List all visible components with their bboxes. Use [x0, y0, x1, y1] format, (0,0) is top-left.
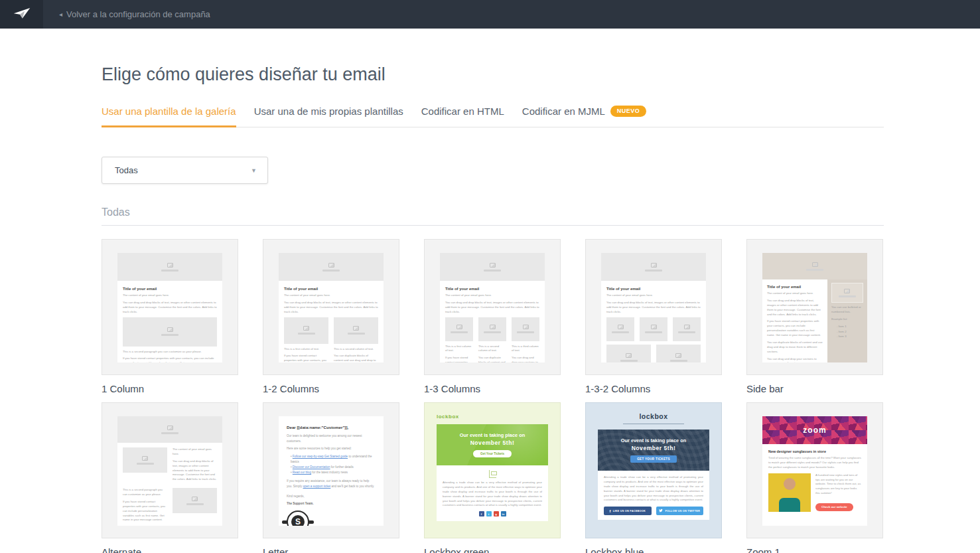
tab-code-html[interactable]: Codificar en HTML [421, 106, 504, 127]
text-column: This is a second column of text. You can… [478, 345, 506, 363]
placeholder-caption [484, 331, 501, 333]
text-column: This is a first column of text. If you h… [445, 345, 473, 363]
event-banner: Our event is taking place on November 5t… [437, 424, 548, 465]
facebook-button: f LIKE US ON FACEBOOK [604, 507, 652, 515]
blog-link: Read our blog [293, 471, 311, 474]
design-method-tabs: Usar una plantilla de la galería Usar un… [102, 106, 884, 127]
placeholder-caption [645, 331, 662, 333]
two-column-text: This is a first column of text. If you h… [284, 347, 378, 363]
list-item: Item 2 [831, 330, 863, 335]
tab-mjml-label: Codificar en MJML [522, 106, 605, 117]
email-preview: Title of your email The content of your … [117, 253, 222, 362]
topbar: ◂ Volver a la configuración de campaña [0, 0, 980, 29]
image-placeholder-icon [167, 426, 173, 430]
two-column-images [284, 317, 378, 344]
check-website-button: Check our website [815, 503, 853, 511]
list-item-text: for further details [330, 465, 354, 469]
image-placeholder-icon [490, 263, 496, 268]
back-link-label: Volver a la configuración de campaña [66, 9, 210, 19]
email-preview: Dear [[data:name:"Customer"]], Our team … [279, 416, 384, 526]
preview-paragraph: You can drag and drop blocks of text, im… [606, 301, 701, 315]
logo-underline [623, 424, 684, 424]
image-placeholder-icon [523, 325, 529, 329]
image-placeholder-icon [684, 325, 690, 329]
facebook-icon: f [479, 511, 484, 516]
template-card-1-3-columns[interactable]: Title of your email The content of your … [424, 239, 561, 375]
back-arrow-icon: ◂ [59, 11, 62, 18]
three-column-text: This is a first column of text. If you h… [445, 345, 539, 363]
image-placeholder [512, 317, 539, 341]
template-cell: Dear [[data:name:"Customer"]], Our team … [263, 402, 399, 553]
tab-gallery-label: Usar una plantilla de la galería [102, 106, 236, 117]
template-card-1-3-2-columns[interactable]: Title of your email The content of your … [585, 239, 722, 375]
image-placeholder [656, 345, 701, 363]
preview-paragraph: This is a second paragraph you can custo… [123, 488, 167, 497]
side-column: You can use bulleted or numbered lists. … [827, 279, 867, 362]
support-team-badge-icon: S [287, 511, 309, 526]
tab-own-templates[interactable]: Usar una de mis propias plantillas [254, 106, 403, 127]
preview-paragraph: The content of your email goes here. [767, 291, 823, 296]
list-item: Item 1 [831, 325, 863, 329]
placeholder-caption [451, 331, 468, 333]
text-column: This is a first column of text. If you h… [284, 347, 328, 363]
image-placeholder-icon [844, 289, 850, 293]
image-placeholder [173, 488, 217, 513]
sidebar-layout: Title of your email The content of your … [762, 279, 867, 362]
preview-paragraph: If you have stored contact properties wi… [123, 356, 217, 362]
list-item: Discover our Documentation for further d… [291, 465, 376, 470]
preview-paragraph: Tired of wearing the same sunglasses all… [768, 456, 861, 470]
template-label: Zoom 1 [746, 546, 883, 553]
image-placeholder [478, 317, 506, 341]
twitter-button-label: FOLLOW US ON TWITTER [665, 509, 700, 513]
text-column: This is a third column of text. You can … [512, 345, 539, 363]
paragraph-text: and we'll get back to you shortly. [330, 485, 374, 488]
template-card-lockbox-green[interactable]: lockbox Our event is taking place on Nov… [424, 402, 561, 538]
template-label: Lockbox green [424, 546, 561, 553]
image-placeholder [445, 317, 473, 341]
brand-logo[interactable] [0, 0, 43, 29]
template-card-1-column[interactable]: Title of your email The content of your … [102, 239, 238, 375]
preview-title: Title of your email [445, 287, 539, 291]
template-card-letter[interactable]: Dear [[data:name:"Customer"]], Our team … [263, 402, 399, 538]
preview-title: Title of your email [284, 287, 378, 291]
template-card-lockbox-blue[interactable]: lockbox Our event is taking place on Nov… [585, 402, 722, 538]
placeholder-caption [161, 270, 178, 272]
template-card-side-bar[interactable]: Title of your email The content of your … [746, 239, 883, 375]
tab-own-label: Usar una de mis propias plantillas [254, 106, 403, 117]
placeholder-caption [484, 270, 501, 272]
tab-gallery-template[interactable]: Usar una plantilla de la galería [102, 106, 236, 127]
email-preview: zoom New designer sunglasses in store Ti… [762, 416, 867, 526]
preview-paragraph: Example list: [831, 317, 863, 322]
tab-code-mjml[interactable]: Codificar en MJML NUEVO [522, 106, 647, 127]
image-placeholder [284, 317, 328, 344]
template-card-zoom-1[interactable]: zoom New designer sunglasses in store Ti… [746, 402, 883, 538]
template-cell: lockbox Our event is taking place on Nov… [585, 402, 722, 553]
image-placeholder-icon [490, 325, 496, 329]
preview-paragraph: You can use bulleted or numbered lists. [831, 305, 863, 315]
text-column: This is a second column of text. You can… [334, 347, 378, 363]
category-filter-dropdown[interactable]: Todas ▼ [102, 157, 268, 184]
tab-html-label: Codificar en HTML [421, 106, 504, 117]
image-placeholder [117, 416, 222, 443]
template-cell: Title of your email The content of your … [102, 239, 238, 394]
template-card-1-2-columns[interactable]: Title of your email The content of your … [263, 239, 399, 375]
badge-letter: S [291, 515, 305, 526]
preview-paragraph: Our team is delighted to welcome you amo… [287, 434, 376, 443]
image-placeholder-icon [626, 353, 632, 358]
image-placeholder-icon [812, 262, 818, 267]
back-to-campaign-link[interactable]: ◂ Volver a la configuración de campaña [59, 9, 210, 19]
template-card-alternate[interactable]: The content of your email goes here. You… [102, 402, 238, 538]
preview-paragraph: You can drag and drop blocks of text, im… [173, 459, 217, 482]
three-column-images [606, 317, 701, 341]
template-label: 1-3-2 Columns [585, 383, 722, 394]
lockbox-logo: lockbox [437, 414, 548, 420]
get-tickets-button: Get Your Tickets [473, 450, 512, 457]
signature-line: Kind regards, [287, 494, 376, 499]
placeholder-caption [806, 269, 823, 271]
template-cell: Title of your email The content of your … [746, 239, 883, 394]
template-cell: Title of your email The content of your … [263, 239, 399, 394]
two-column-images [606, 345, 701, 363]
image-placeholder [606, 345, 651, 363]
preview-paragraph: You can drag and drop blocks of text, im… [284, 301, 378, 315]
documentation-link: Discover our Documentation [293, 465, 330, 469]
